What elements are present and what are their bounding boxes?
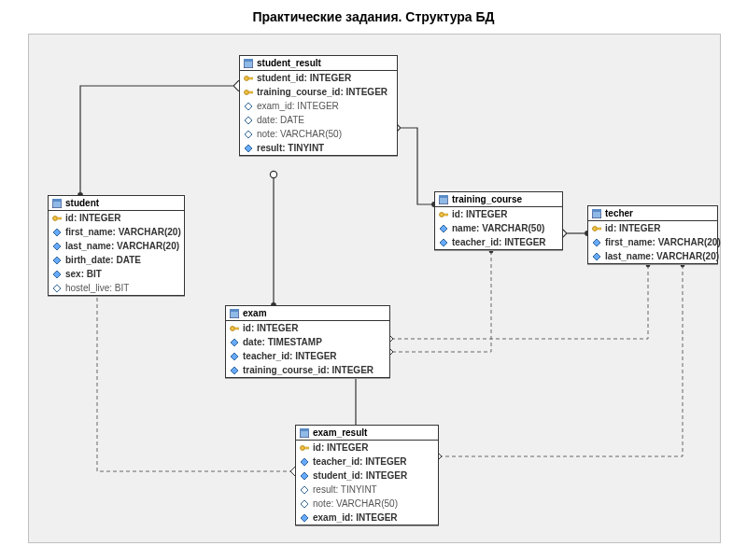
entity-header: student <box>49 196 184 211</box>
entity-name: techer <box>605 208 633 218</box>
diamond-icon <box>52 228 62 237</box>
svg-point-14 <box>440 212 444 217</box>
entity-exam[interactable]: exam id: INTEGER date: TIMESTAMP teacher… <box>225 305 390 378</box>
entity-header: training_course <box>435 192 562 207</box>
svg-rect-25 <box>300 428 309 431</box>
entity-name: student_result <box>257 58 321 68</box>
diamond-open-icon <box>300 485 309 495</box>
diamond-icon <box>300 471 309 481</box>
svg-rect-21 <box>230 309 239 312</box>
entity-header: exam_result <box>296 426 438 441</box>
field-label: first_name: VARCHAR(20) <box>65 227 181 237</box>
field-label: note: VARCHAR(50) <box>257 129 342 139</box>
svg-point-8 <box>245 76 249 80</box>
field-label: date: TIMESTAMP <box>243 337 322 347</box>
svg-rect-9 <box>248 77 253 79</box>
field-label: training_course_id: INTEGER <box>257 87 388 97</box>
svg-point-18 <box>593 226 598 231</box>
svg-point-22 <box>231 326 235 330</box>
table-icon <box>592 209 601 218</box>
field-label: birth_date: DATE <box>65 255 141 265</box>
diamond-icon <box>52 270 62 279</box>
field-label: exam_id: INTEGER <box>257 101 339 111</box>
field-label: first_name: VARCHAR(20) <box>605 237 721 247</box>
field-label: last_name: VARCHAR(20) <box>605 251 719 261</box>
entity-header: exam <box>226 306 389 321</box>
field-label: id: INTEGER <box>605 223 660 233</box>
table-icon <box>52 199 62 208</box>
key-icon <box>439 210 448 219</box>
diamond-icon <box>592 252 601 261</box>
diamond-open-icon <box>244 116 253 125</box>
diamond-open-icon <box>244 130 253 139</box>
entity-exam-result[interactable]: exam_result id: INTEGER teacher_id: INTE… <box>295 425 439 525</box>
diamond-icon <box>52 242 62 251</box>
svg-rect-17 <box>592 209 601 212</box>
diamond-icon <box>439 238 448 247</box>
field-label: teacher_id: INTEGER <box>452 237 546 247</box>
diamond-icon <box>244 144 253 153</box>
entity-training-course[interactable]: training_course id: INTEGER name: VARCHA… <box>434 191 563 250</box>
svg-rect-19 <box>597 228 601 230</box>
field-label: student_id: INTEGER <box>257 73 351 83</box>
entity-student-result[interactable]: student_result student_id: INTEGER train… <box>239 55 398 156</box>
key-icon <box>300 443 309 453</box>
table-icon <box>439 195 448 204</box>
field-label: name: VARCHAR(50) <box>452 223 544 233</box>
field-label: training_course_id: INTEGER <box>243 365 374 375</box>
svg-rect-7 <box>244 59 253 62</box>
svg-rect-11 <box>248 91 253 93</box>
field-label: exam_id: INTEGER <box>313 512 398 523</box>
diamond-icon <box>592 238 601 247</box>
diamond-icon <box>300 457 309 467</box>
entity-name: student <box>65 198 99 208</box>
diamond-icon <box>300 513 309 523</box>
field-label: student_id: INTEGER <box>313 470 407 481</box>
field-label: id: INTEGER <box>452 209 507 219</box>
key-icon <box>230 324 239 333</box>
key-icon <box>244 74 253 83</box>
diamond-open-icon <box>52 284 62 293</box>
entity-header: techer <box>588 206 717 221</box>
field-label: teacher_id: INTEGER <box>313 456 407 467</box>
svg-rect-13 <box>439 195 448 198</box>
field-label: hostel_live: BIT <box>65 283 129 293</box>
entity-name: exam_result <box>313 427 367 438</box>
field-label: note: VARCHAR(50) <box>313 498 398 509</box>
svg-rect-3 <box>52 199 62 202</box>
field-label: teacher_id: INTEGER <box>243 351 337 361</box>
entity-name: training_course <box>452 194 522 204</box>
diamond-icon <box>230 352 239 361</box>
diamond-open-icon <box>244 102 253 111</box>
entity-name: exam <box>243 308 267 318</box>
svg-point-10 <box>245 90 249 94</box>
key-icon <box>52 214 62 223</box>
diamond-icon <box>230 366 239 375</box>
field-label: id: INTEGER <box>313 442 368 453</box>
diamond-icon <box>439 224 448 233</box>
table-icon <box>230 309 239 318</box>
field-label: id: INTEGER <box>243 323 298 333</box>
field-label: sex: BIT <box>65 269 102 279</box>
field-label: last_name: VARCHAR(20) <box>65 241 179 251</box>
svg-point-4 <box>53 216 58 220</box>
page-title: Практические задания. Структура БД <box>0 9 747 24</box>
field-label: result: TINYINT <box>257 143 324 153</box>
entity-student[interactable]: student id: INTEGER first_name: VARCHAR(… <box>48 195 185 296</box>
key-icon <box>592 224 601 233</box>
field-label: result: TINYINT <box>313 484 377 495</box>
svg-rect-5 <box>57 217 62 219</box>
svg-rect-27 <box>304 447 309 449</box>
entity-header: student_result <box>240 56 397 71</box>
key-icon <box>244 88 253 97</box>
svg-point-26 <box>301 445 305 450</box>
table-icon <box>300 428 309 438</box>
diamond-icon <box>230 338 239 347</box>
field-label: id: INTEGER <box>65 213 120 223</box>
table-icon <box>244 59 253 68</box>
diamond-icon <box>52 256 62 265</box>
diamond-open-icon <box>300 499 309 509</box>
diagram-canvas: student id: INTEGER first_name: VARCHAR(… <box>28 34 721 543</box>
svg-rect-23 <box>234 328 239 329</box>
entity-teacher[interactable]: techer id: INTEGER first_name: VARCHAR(2… <box>587 205 718 264</box>
